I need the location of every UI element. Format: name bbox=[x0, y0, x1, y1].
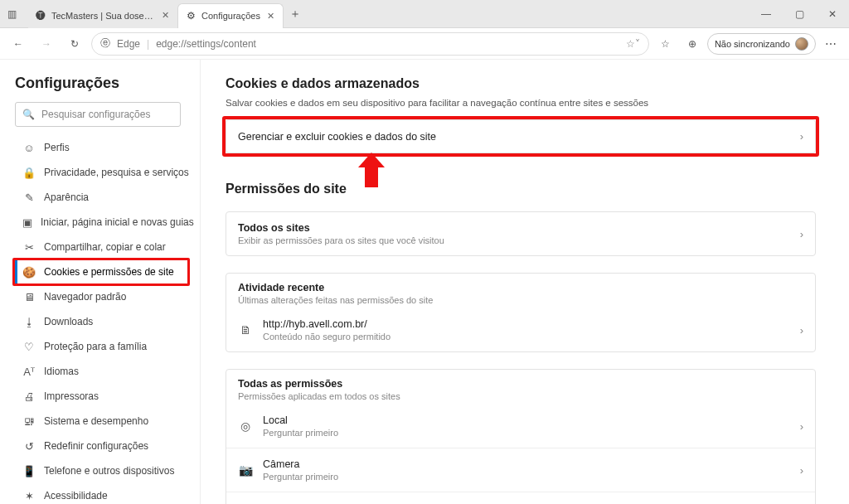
nav-icon: Aᵀ bbox=[22, 366, 36, 378]
section-title-permissions: Permissões do site bbox=[226, 182, 816, 196]
sidebar-item-iniciar-p-gina-inicial-e-novas-guias[interactable]: ▣Iniciar, página inicial e novas guias bbox=[15, 210, 193, 235]
reading-mode-icon[interactable]: ☆˅ bbox=[626, 38, 640, 50]
permission-icon: ◎ bbox=[238, 419, 253, 433]
collections-button[interactable]: ⊕ bbox=[681, 32, 704, 56]
sidebar-item-label: Downloads bbox=[44, 316, 93, 327]
sidebar-item-label: Navegador padrão bbox=[44, 291, 126, 303]
favicon-tecmasters: 🅣 bbox=[35, 10, 46, 22]
sidebar-item-acessibilidade[interactable]: ✶Acessibilidade bbox=[15, 483, 193, 504]
sidebar-item-apar-ncia[interactable]: ✎Aparência bbox=[15, 185, 193, 210]
settings-sidebar: Configurações 🔍 Pesquisar configurações … bbox=[0, 60, 201, 504]
nav-icon: ♡ bbox=[22, 341, 36, 353]
nav-icon: ✂ bbox=[22, 241, 36, 254]
nav-icon: ⭳ bbox=[22, 316, 36, 328]
close-icon[interactable]: ✕ bbox=[160, 10, 171, 21]
tab-label: TecMasters | Sua dose diária de T bbox=[51, 11, 155, 21]
sidebar-item-cookies-e-permiss-es-de-site[interactable]: 🍪Cookies e permissões de site bbox=[15, 259, 193, 284]
search-placeholder: Pesquisar configurações bbox=[41, 109, 150, 120]
tab-tecmasters[interactable]: 🅣 TecMasters | Sua dose diária de T ✕ bbox=[28, 3, 177, 28]
nav-icon: 🍪 bbox=[22, 266, 36, 279]
sidebar-item-label: Telefone e outros dispositivos bbox=[44, 465, 174, 477]
toolbar: ← → ↻ ⓔ Edge | edge://settings/content ☆… bbox=[0, 28, 849, 60]
sidebar-item-idiomas[interactable]: AᵀIdiomas bbox=[15, 359, 193, 384]
nav-icon: 🖳 bbox=[22, 415, 36, 428]
sync-label: Não sincronizando bbox=[715, 39, 790, 49]
all-sites-title: Todos os sites bbox=[238, 222, 790, 234]
section-title-cookies: Cookies e dados armazenados bbox=[226, 76, 816, 91]
sidebar-item-label: Compartilhar, copiar e colar bbox=[44, 241, 166, 253]
page-title: Configurações bbox=[15, 75, 193, 92]
sidebar-item-impressoras[interactable]: 🖨Impressoras bbox=[15, 384, 193, 409]
annotation-red-arrow bbox=[358, 153, 385, 187]
favorites-button[interactable]: ☆ bbox=[654, 32, 677, 56]
manage-cookies-label: Gerenciar e excluir cookies e dados do s… bbox=[238, 131, 790, 143]
more-button[interactable]: ⋯ bbox=[819, 32, 842, 56]
card-recent-activity: Atividade recente Últimas alterações fei… bbox=[226, 273, 816, 352]
tab-actions-button[interactable]: ▥ bbox=[0, 0, 23, 27]
sidebar-item-label: Impressoras bbox=[44, 390, 99, 402]
nav-icon: ↺ bbox=[22, 440, 36, 453]
permission-row-local[interactable]: ◎LocalPerguntar primeiro› bbox=[226, 405, 815, 448]
tab-settings[interactable]: ⚙ Configurações ✕ bbox=[177, 3, 284, 28]
chevron-right-icon: › bbox=[800, 324, 803, 337]
recent-site-row[interactable]: 🗎 http://hyb.avell.com.br/ Conteúdo não … bbox=[226, 308, 815, 351]
search-icon: 🔍 bbox=[22, 109, 35, 120]
nav-icon: 🖨 bbox=[22, 390, 36, 403]
address-bar[interactable]: ⓔ Edge | edge://settings/content ☆˅ bbox=[91, 32, 649, 56]
card-all-permissions: Todas as permissões Permissões aplicadas… bbox=[226, 369, 816, 504]
tab-rail: 🅣 TecMasters | Sua dose diária de T ✕ ⚙ … bbox=[23, 0, 307, 27]
sidebar-item-sistema-e-desempenho[interactable]: 🖳Sistema e desempenho bbox=[15, 409, 193, 434]
new-tab-button[interactable]: ＋ bbox=[284, 7, 307, 22]
recent-site-url: http://hyb.avell.com.br/ bbox=[263, 318, 790, 330]
titlebar: ▥ 🅣 TecMasters | Sua dose diária de T ✕ … bbox=[0, 0, 849, 28]
forward-button[interactable]: → bbox=[35, 32, 58, 56]
recent-site-sub: Conteúdo não seguro permitido bbox=[263, 332, 790, 342]
chevron-right-icon: › bbox=[800, 420, 803, 433]
favicon-settings: ⚙ bbox=[185, 10, 196, 22]
sidebar-item-compartilhar-copiar-e-colar[interactable]: ✂Compartilhar, copiar e colar bbox=[15, 235, 193, 259]
sidebar-item-label: Aparência bbox=[44, 191, 89, 203]
address-path: edge://settings/content bbox=[156, 38, 256, 50]
sync-status-pill[interactable]: Não sincronizando bbox=[707, 33, 816, 55]
nav-icon: ▣ bbox=[22, 216, 32, 229]
close-icon[interactable]: ✕ bbox=[265, 11, 276, 22]
card-all-sites[interactable]: Todos os sites Exibir as permissões para… bbox=[226, 211, 816, 256]
permission-title: Local bbox=[263, 414, 790, 426]
sidebar-item-label: Cookies e permissões de site bbox=[44, 266, 174, 278]
chevron-right-icon: › bbox=[800, 228, 803, 240]
sidebar-item-label: Perfis bbox=[44, 142, 70, 153]
search-input[interactable]: 🔍 Pesquisar configurações bbox=[15, 102, 181, 127]
page-icon: 🗎 bbox=[238, 323, 253, 337]
chevron-right-icon: › bbox=[800, 130, 803, 143]
avatar bbox=[795, 37, 808, 51]
recent-headersub: Últimas alterações feitas nas permissões… bbox=[238, 295, 803, 305]
minimize-button[interactable]: — bbox=[750, 0, 783, 27]
permission-row-microfone[interactable]: 🎤MicrofonePerguntar primeiro› bbox=[226, 492, 815, 504]
sidebar-item-label: Privacidade, pesquisa e serviços bbox=[44, 167, 189, 178]
nav-icon: ✶ bbox=[22, 490, 36, 502]
sidebar-item-label: Sistema e desempenho bbox=[44, 415, 148, 427]
permission-icon: 📷 bbox=[238, 463, 253, 477]
close-window-button[interactable]: ✕ bbox=[816, 0, 849, 27]
sidebar-item-label: Acessibilidade bbox=[44, 490, 108, 502]
sidebar-item-downloads[interactable]: ⭳Downloads bbox=[15, 309, 193, 334]
maximize-button[interactable]: ▢ bbox=[783, 0, 816, 27]
sidebar-item-redefinir-configura-es[interactable]: ↺Redefinir configurações bbox=[15, 434, 193, 458]
sidebar-item-navegador-padr-o[interactable]: 🖥Navegador padrão bbox=[15, 284, 193, 309]
window-controls: — ▢ ✕ bbox=[750, 0, 849, 27]
card-manage-cookies[interactable]: Gerenciar e excluir cookies e dados do s… bbox=[226, 119, 816, 153]
sidebar-item-telefone-e-outros-dispositivos[interactable]: 📱Telefone e outros dispositivos bbox=[15, 458, 193, 483]
sidebar-item-perfis[interactable]: ☺Perfis bbox=[15, 135, 193, 160]
allperms-headersub: Permissões aplicadas em todos os sites bbox=[238, 391, 803, 401]
sidebar-item-label: Redefinir configurações bbox=[44, 440, 148, 452]
nav-icon: ✎ bbox=[22, 191, 36, 204]
sidebar-item-label: Idiomas bbox=[44, 366, 79, 377]
sidebar-item-prote-o-para-a-fam-lia[interactable]: ♡Proteção para a família bbox=[15, 334, 193, 359]
sidebar-item-privacidade-pesquisa-e-servi-os[interactable]: 🔒Privacidade, pesquisa e serviços bbox=[15, 160, 193, 185]
back-button[interactable]: ← bbox=[7, 32, 30, 56]
permission-sub: Perguntar primeiro bbox=[263, 428, 790, 438]
sidebar-item-label: Iniciar, página inicial e novas guias bbox=[41, 216, 194, 228]
reload-button[interactable]: ↻ bbox=[63, 32, 86, 56]
all-sites-sub: Exibir as permissões para os sites que v… bbox=[238, 235, 790, 245]
permission-row-câmera[interactable]: 📷CâmeraPerguntar primeiro› bbox=[226, 448, 815, 492]
